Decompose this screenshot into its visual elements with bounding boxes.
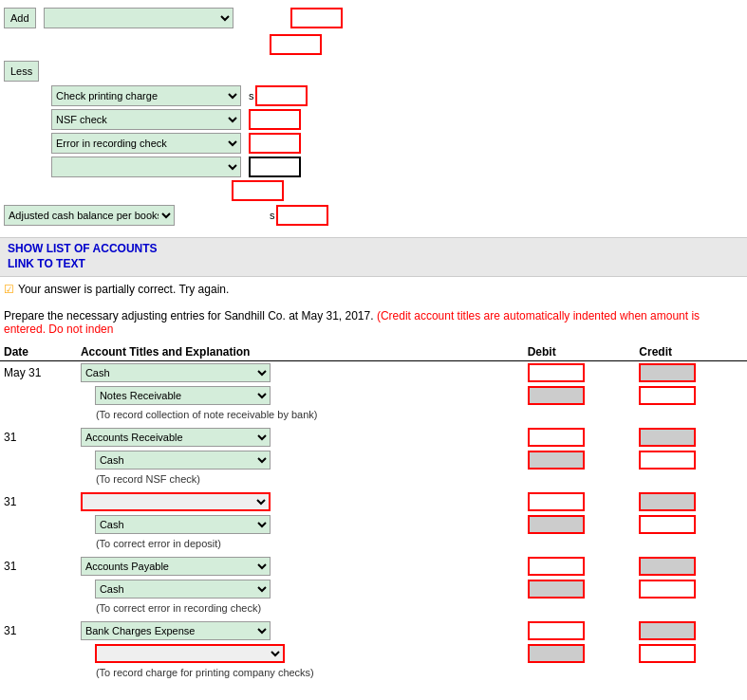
account-cell-2a: Accounts Receivable [77, 426, 524, 449]
less-item-3-amount[interactable] [249, 133, 301, 154]
date-cell-5b [0, 642, 77, 665]
table-row: Cash [0, 578, 747, 600]
account-select-1a[interactable]: Cash [81, 363, 271, 382]
less-button[interactable]: Less [4, 61, 39, 82]
table-row: Notes Receivable [0, 384, 747, 407]
less-item-4-dropdown[interactable] [51, 157, 241, 177]
date-cell-5: 31 [0, 619, 77, 642]
date-cell-3b [0, 513, 77, 536]
credit-cell-4b [635, 578, 747, 600]
feedback-text: Your answer is partially correct. Try ag… [18, 283, 229, 296]
description-row-5: (To record charge for printing company c… [0, 665, 747, 680]
debit-cell-2a [524, 426, 636, 449]
less-item-2-dropdown[interactable]: NSF check [51, 109, 241, 130]
debit-cell-1a [524, 361, 636, 385]
less-item-4-amount[interactable] [249, 157, 301, 177]
debit-input-4b[interactable] [528, 580, 585, 599]
credit-cell-1a [635, 361, 747, 385]
date-cell-1b [0, 384, 77, 407]
table-row: Cash [0, 449, 747, 471]
less-item-1-amount[interactable] [255, 85, 308, 106]
debit-cell-3b [524, 513, 636, 536]
credit-cell-3b [635, 513, 747, 536]
debit-input-1b[interactable] [528, 386, 585, 405]
credit-cell-2a [635, 426, 747, 449]
debit-cell-4b [524, 578, 636, 600]
credit-cell-5a [635, 619, 747, 642]
account-select-4b[interactable]: Cash [95, 580, 271, 599]
add-amount-top[interactable] [290, 8, 343, 28]
add-dropdown[interactable] [44, 8, 233, 28]
feedback-icon: ☑ [4, 283, 14, 296]
debit-input-3a[interactable] [528, 492, 585, 511]
account-select-5a[interactable]: Bank Charges Expense [81, 621, 271, 640]
account-select-5b[interactable] [95, 644, 285, 663]
table-row: May 31 Cash [0, 361, 747, 385]
date-cell-3: 31 [0, 490, 77, 513]
less-item-3-dropdown[interactable]: Error in recording check [51, 133, 241, 154]
credit-cell-1b [635, 384, 747, 407]
debit-cell-5a [524, 619, 636, 642]
debit-input-5b[interactable] [528, 644, 585, 663]
adjusted-balance-amount[interactable] [276, 205, 328, 226]
table-row: Cash [0, 513, 747, 536]
th-account: Account Titles and Explanation [77, 343, 524, 361]
credit-input-1b[interactable] [639, 386, 696, 405]
credit-input-3a[interactable] [639, 492, 696, 511]
credit-input-2a[interactable] [639, 428, 696, 447]
description-text-2: (To record NSF check) [77, 471, 747, 487]
debit-input-2b[interactable] [528, 451, 585, 470]
less-item-1-dropdown[interactable]: Check printing charge [51, 85, 241, 106]
account-cell-2b: Cash [77, 449, 524, 471]
debit-input-5a[interactable] [528, 621, 585, 640]
account-select-3b[interactable]: Cash [95, 515, 271, 534]
adjusted-balance-dropdown[interactable]: Adjusted cash balance per books [4, 205, 175, 226]
subtotal-amount[interactable] [232, 180, 284, 201]
credit-input-5b[interactable] [639, 644, 696, 663]
account-select-4a[interactable]: Accounts Payable [81, 557, 271, 576]
account-cell-5b [77, 642, 524, 665]
credit-cell-3a [635, 490, 747, 513]
credit-input-3b[interactable] [639, 515, 696, 534]
journal-table: Date Account Titles and Explanation Debi… [0, 343, 747, 680]
description-row-4: (To correct error in recording check) [0, 600, 747, 616]
credit-cell-5b [635, 642, 747, 665]
account-select-2b[interactable]: Cash [95, 451, 271, 470]
debit-cell-5b [524, 642, 636, 665]
add-button[interactable]: Add [4, 8, 36, 28]
instructions: Prepare the necessary adjusting entries … [0, 305, 747, 340]
debit-cell-2b [524, 449, 636, 471]
credit-input-4a[interactable] [639, 557, 696, 576]
account-cell-4b: Cash [77, 578, 524, 600]
credit-cell-2b [635, 449, 747, 471]
description-row-1: (To record collection of note receivable… [0, 407, 747, 422]
date-cell-2b [0, 449, 77, 471]
debit-input-4a[interactable] [528, 557, 585, 576]
description-text-1: (To record collection of note receivable… [77, 407, 747, 422]
debit-cell-1b [524, 384, 636, 407]
account-cell-3b: Cash [77, 513, 524, 536]
credit-input-5a[interactable] [639, 621, 696, 640]
description-text-5: (To record charge for printing company c… [77, 665, 747, 680]
link-bar: SHOW LIST OF ACCOUNTS LINK TO TEXT [0, 237, 747, 277]
debit-input-3b[interactable] [528, 515, 585, 534]
account-cell-1b: Notes Receivable [77, 384, 524, 407]
add-amount-bottom[interactable] [270, 34, 322, 55]
account-select-3a[interactable] [81, 492, 271, 511]
link-to-text[interactable]: LINK TO TEXT [8, 257, 739, 270]
less-item-2-amount[interactable] [249, 109, 301, 130]
credit-cell-4a [635, 555, 747, 578]
account-select-1b[interactable]: Notes Receivable [95, 386, 271, 405]
date-cell-4: 31 [0, 555, 77, 578]
credit-input-4b[interactable] [639, 580, 696, 599]
debit-input-1a[interactable] [528, 363, 585, 382]
account-select-2a[interactable]: Accounts Receivable [81, 428, 271, 447]
show-list-link[interactable]: SHOW LIST OF ACCOUNTS [8, 242, 739, 255]
description-row-2: (To record NSF check) [0, 471, 747, 487]
description-text-4: (To correct error in recording check) [77, 600, 747, 616]
table-row [0, 642, 747, 665]
credit-input-1a[interactable] [639, 363, 696, 382]
debit-input-2a[interactable] [528, 428, 585, 447]
debit-cell-4a [524, 555, 636, 578]
credit-input-2b[interactable] [639, 451, 696, 470]
